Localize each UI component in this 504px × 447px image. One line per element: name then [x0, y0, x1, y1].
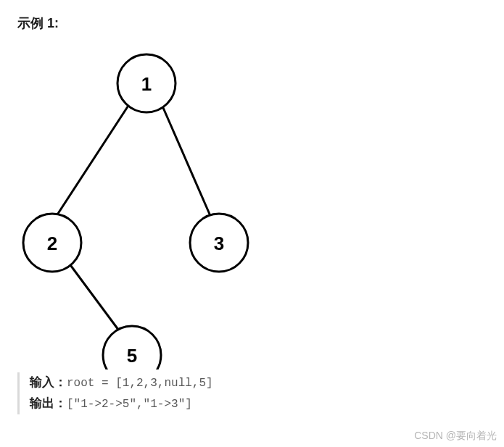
- edge-1-2: [52, 98, 133, 222]
- tree-svg: 1 2 3 5: [17, 43, 264, 369]
- output-value: ["1->2->5","1->3"]: [67, 398, 192, 411]
- io-block: 输入：root = [1,2,3,null,5] 输出：["1->2->5","…: [17, 372, 487, 414]
- example-heading: 示例 1:: [17, 14, 487, 32]
- edge-1-3: [159, 98, 213, 222]
- tree-diagram: 1 2 3 5: [17, 43, 264, 369]
- edge-2-5: [65, 257, 125, 338]
- output-line: 输出：["1->2->5","1->3"]: [30, 393, 487, 414]
- watermark: CSDN @要向着光: [414, 430, 497, 443]
- node-2-label: 2: [47, 233, 57, 254]
- input-value: root = [1,2,3,null,5]: [67, 377, 213, 390]
- input-label: 输入：: [30, 375, 67, 389]
- node-1-label: 1: [141, 73, 152, 95]
- node-3-label: 3: [214, 233, 224, 254]
- output-label: 输出：: [30, 396, 67, 410]
- input-line: 输入：root = [1,2,3,null,5]: [30, 372, 487, 393]
- node-5-label: 5: [127, 345, 137, 367]
